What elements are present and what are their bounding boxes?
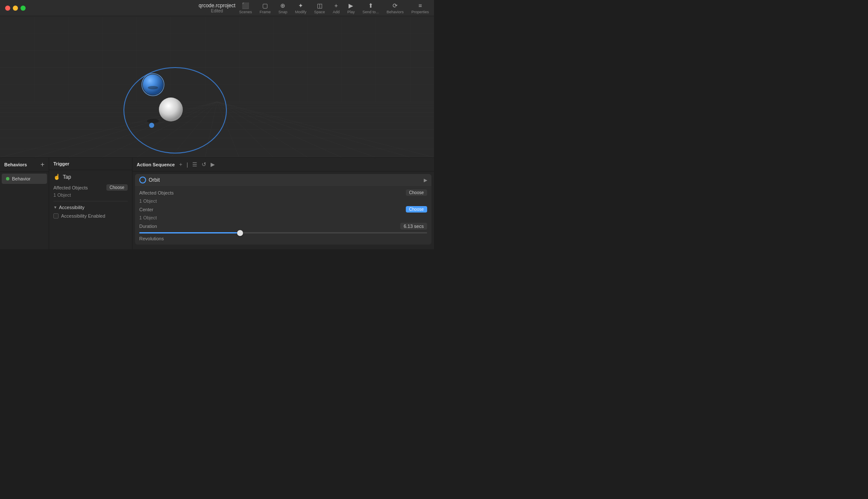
minimize-button[interactable]: [13, 6, 18, 11]
tap-icon: ☝: [53, 174, 60, 180]
orbit-duration-label: Duration: [139, 224, 157, 229]
behaviors-panel-header: Behaviors +: [0, 158, 49, 172]
orbit-icon: [139, 177, 146, 183]
orbit-center-value-row: 1 Object: [139, 215, 427, 220]
orbit-card-body: Affected Objects Choose 1 Object Center …: [135, 186, 431, 245]
behaviors-button[interactable]: ⟳ Behaviors: [387, 2, 404, 14]
space-label: Space: [314, 10, 325, 14]
maximize-button[interactable]: [21, 6, 26, 11]
frame-button[interactable]: ▢ Frame: [260, 2, 271, 14]
traffic-lights: [5, 6, 26, 11]
add-behavior-button[interactable]: +: [41, 161, 44, 168]
behavior-list-item[interactable]: Behavior: [2, 174, 47, 184]
trigger-panel-header: Trigger: [49, 158, 132, 170]
modify-button[interactable]: ✦ Modify: [295, 2, 307, 14]
trigger-panel: Trigger ☝ Tap Affected Objects Choose 1 …: [49, 158, 132, 249]
properties-icon: ≡: [418, 2, 422, 9]
space-button[interactable]: ◫ Space: [314, 2, 325, 14]
modify-icon: ✦: [298, 2, 303, 9]
snap-label: Snap: [279, 10, 287, 14]
orbit-affected-objects-choose-button[interactable]: Choose: [406, 189, 427, 196]
tap-trigger-item[interactable]: ☝ Tap: [53, 174, 128, 180]
properties-label: Properties: [411, 10, 429, 14]
slider-fill: [139, 232, 240, 233]
svg-point-50: [149, 123, 154, 128]
orbit-duration-row: Duration 6.13 secs: [139, 223, 427, 230]
behavior-name-label: Behavior: [12, 176, 30, 181]
send-to-label: Send to...: [362, 10, 379, 14]
play-label: Play: [347, 10, 355, 14]
orbit-affected-objects-label: Affected Objects: [139, 190, 174, 195]
modify-label: Modify: [295, 10, 307, 14]
viewport[interactable]: [0, 16, 434, 157]
orbit-revolutions-row: Revolutions: [139, 236, 427, 241]
accessibility-header: ▼ Accessibility: [53, 205, 128, 210]
properties-button[interactable]: ≡ Properties: [411, 2, 429, 14]
trigger-affected-objects-label: Affected Objects: [53, 185, 88, 190]
orbit-affected-objects-value-row: 1 Object: [139, 198, 427, 204]
svg-rect-0: [0, 16, 434, 157]
accessibility-enabled-checkbox[interactable]: [53, 213, 59, 218]
orbit-affected-objects-row: Affected Objects Choose: [139, 189, 427, 196]
orbit-center-row: Center Choose: [139, 206, 427, 213]
frame-icon: ▢: [262, 2, 268, 9]
trigger-divider: [53, 201, 128, 201]
toolbar: ⬛ Scenes ▢ Frame ⊕ Snap ✦ Modify ◫ Space…: [239, 2, 429, 14]
behaviors-toolbar-label: Behaviors: [387, 10, 404, 14]
accessibility-title: Accessibility: [59, 205, 85, 210]
add-button[interactable]: + Add: [333, 2, 340, 14]
svg-point-48: [143, 74, 163, 95]
svg-point-47: [159, 97, 183, 121]
behaviors-panel-title: Behaviors: [4, 162, 27, 167]
trigger-choose-button[interactable]: Choose: [106, 184, 128, 191]
behaviors-panel: Behaviors + Behavior: [0, 158, 49, 249]
orbit-center-label: Center: [139, 207, 153, 212]
play-button[interactable]: ▶ Play: [347, 2, 355, 14]
action-sequence-panel: Action Sequence + | ☰ ↺ ▶ Orbit: [132, 158, 434, 249]
svg-point-46: [147, 119, 159, 123]
add-label: Add: [333, 10, 340, 14]
orbit-card-left: Orbit: [139, 177, 160, 183]
scenes-button[interactable]: ⬛ Scenes: [239, 2, 252, 14]
disclosure-icon: ▼: [53, 205, 57, 210]
add-icon: +: [334, 2, 338, 9]
action-list-button[interactable]: ☰: [191, 161, 198, 168]
orbit-revolutions-label: Revolutions: [139, 236, 164, 241]
action-sequence-content: Orbit ▶ Affected Objects Choose 1 Object: [132, 171, 434, 249]
action-sequence-title: Action Sequence: [137, 162, 175, 167]
trigger-panel-content: ☝ Tap Affected Objects Choose 1 Object ▼…: [49, 170, 132, 249]
orbit-duration-value: 6.13 secs: [400, 223, 427, 230]
grid-canvas: [0, 16, 434, 157]
tap-trigger-label: Tap: [63, 174, 71, 180]
trigger-affected-objects-value: 1 Object: [53, 192, 71, 198]
trigger-affected-objects-row: Affected Objects Choose: [53, 184, 128, 191]
action-add-button[interactable]: +: [178, 161, 183, 168]
action-sequence-header: Action Sequence + | ☰ ↺ ▶: [132, 158, 434, 171]
orbit-affected-objects-value: 1 Object: [139, 198, 157, 204]
snap-icon: ⊕: [280, 2, 285, 9]
orbit-duration-slider[interactable]: [139, 232, 427, 233]
snap-button[interactable]: ⊕ Snap: [279, 2, 287, 14]
orbit-center-choose-button[interactable]: Choose: [406, 206, 427, 213]
action-play-button[interactable]: ▶: [210, 161, 216, 168]
window-title: qrcode.rcproject Edited: [199, 3, 235, 13]
orbit-play-button[interactable]: ▶: [424, 177, 427, 183]
trigger-affected-objects-value-row: 1 Object: [53, 192, 128, 198]
orbit-title: Orbit: [149, 177, 160, 183]
orbit-center-value: 1 Object: [139, 215, 157, 220]
action-separator-button[interactable]: |: [186, 161, 189, 168]
project-name: qrcode.rcproject: [199, 3, 235, 9]
frame-label: Frame: [260, 10, 271, 14]
play-icon: ▶: [349, 2, 353, 9]
accessibility-enabled-label: Accessibility Enabled: [61, 213, 105, 218]
close-button[interactable]: [5, 6, 10, 11]
accessibility-enabled-row: Accessibility Enabled: [53, 213, 128, 218]
scenes-icon: ⬛: [242, 2, 249, 9]
trigger-panel-title: Trigger: [53, 161, 69, 166]
action-loop-button[interactable]: ↺: [201, 161, 207, 168]
behavior-active-indicator: [6, 177, 9, 180]
slider-thumb[interactable]: [237, 230, 243, 236]
send-to-button[interactable]: ⬆ Send to...: [362, 2, 379, 14]
action-sequence-controls: + | ☰ ↺ ▶: [178, 161, 216, 168]
send-to-icon: ⬆: [368, 2, 373, 9]
